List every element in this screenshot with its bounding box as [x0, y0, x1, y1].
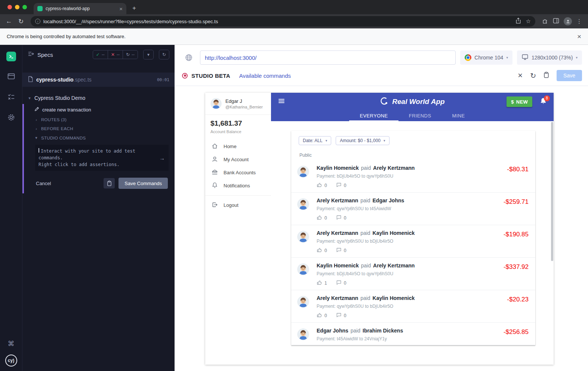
scrollbar-thumb[interactable] — [551, 122, 553, 261]
test-row[interactable]: create new transaction — [24, 104, 175, 115]
stat-failed[interactable]: ✕-- — [108, 50, 123, 59]
like-count: 0 — [324, 248, 327, 253]
amount-filter-chip[interactable]: Amount: $0 - $1,000 ▾ — [336, 136, 389, 145]
like-icon[interactable] — [317, 215, 322, 221]
restart-studio-icon[interactable]: ↻ — [530, 72, 536, 79]
like-icon[interactable] — [317, 280, 322, 286]
site-info-icon[interactable]: i — [35, 19, 40, 24]
transaction-receiver[interactable]: Arely Kertzmann — [373, 165, 415, 171]
transaction-row[interactable]: Arely Kertzmann paid Edgar Johns Payment… — [291, 193, 535, 225]
notifications-bell[interactable]: 8 — [540, 97, 547, 107]
specs-list-icon[interactable] — [28, 50, 34, 59]
transaction-receiver[interactable]: Kaylin Homenick — [373, 295, 415, 301]
cypress-logo[interactable]: cy) — [5, 355, 17, 367]
tab-mine[interactable]: MINE — [441, 111, 475, 121]
spec-file-row[interactable]: cypress-studio.spec.ts 00:01 — [22, 73, 175, 87]
studio-commands-group-row[interactable]: ▾ STUDIO COMMANDS — [24, 133, 175, 142]
browser-window-icon[interactable] — [7, 72, 15, 82]
studio-hint-box: Interact with your site to add test comm… — [35, 145, 169, 171]
routes-group-row[interactable]: › ROUTES (3) — [24, 115, 175, 124]
browser-select[interactable]: Chrome 104 ▾ — [460, 50, 512, 65]
browser-menu-icon[interactable]: ⋮ — [576, 18, 582, 25]
transaction-row[interactable]: Arely Kertzmann paid Kaylin Homenick Pay… — [291, 290, 535, 323]
hamburger-menu-icon[interactable] — [278, 97, 285, 106]
transaction-sender[interactable]: Arely Kertzmann — [317, 197, 358, 203]
maximize-window-button[interactable] — [22, 5, 27, 9]
browser-tab[interactable]: cypress-realworld-app × — [34, 3, 126, 14]
transaction-row[interactable]: Arely Kertzmann paid Kaylin Homenick Pay… — [291, 225, 535, 258]
transaction-actions: 1 0 — [317, 280, 496, 286]
nav-item-notifications[interactable]: Notifications — [205, 179, 271, 192]
back-button[interactable]: ← — [4, 18, 14, 25]
comment-icon[interactable] — [336, 280, 342, 286]
tab-everyone[interactable]: EVERYONE — [349, 111, 398, 121]
transaction-row[interactable]: Kaylin Homenick paid Arely Kertzmann Pay… — [291, 160, 535, 193]
transaction-row[interactable]: Edgar Johns paid Ibrahim Dickens Payment… — [291, 323, 535, 345]
transaction-amount: -$256.85 — [504, 328, 529, 341]
aut-url-input[interactable]: http://localhost:3000/ — [200, 50, 456, 65]
comment-icon[interactable] — [336, 182, 342, 189]
close-studio-icon[interactable]: × — [518, 71, 523, 80]
collapse-all-button[interactable]: ▾ — [143, 50, 154, 59]
transaction-sender[interactable]: Arely Kertzmann — [317, 230, 358, 236]
transaction-receiver[interactable]: Kaylin Homenick — [373, 230, 415, 236]
transaction-receiver[interactable]: Ibrahim Dickens — [363, 328, 403, 334]
nav-item-my-account[interactable]: My Account — [205, 153, 271, 166]
extensions-puzzle-icon[interactable] — [542, 18, 548, 25]
rerun-tests-button[interactable]: ↻ — [159, 50, 169, 59]
close-window-button[interactable] — [7, 5, 12, 9]
copy-commands-button[interactable] — [104, 178, 115, 188]
comment-icon[interactable] — [336, 247, 342, 254]
bookmark-star-icon[interactable]: ☆ — [526, 18, 531, 25]
profile-avatar[interactable] — [564, 17, 572, 25]
globe-icon[interactable] — [182, 51, 196, 64]
side-panel-icon[interactable] — [553, 18, 559, 25]
transaction-receiver[interactable]: Edgar Johns — [373, 197, 404, 203]
tab-close-icon[interactable]: × — [119, 6, 123, 12]
before-each-group-row[interactable]: › BEFORE EACH — [24, 124, 175, 133]
nav-item-home[interactable]: Home — [205, 140, 271, 153]
test-results-icon[interactable] — [7, 93, 15, 102]
copy-studio-icon[interactable] — [544, 72, 549, 80]
transaction-sender[interactable]: Kaylin Homenick — [317, 263, 359, 269]
comment-icon[interactable] — [336, 215, 342, 221]
keyboard-shortcuts-icon[interactable]: ⌘ — [8, 340, 15, 348]
suite-title: Cypress Studio Demo — [34, 95, 85, 101]
nav-item-bank-accounts[interactable]: Bank Accounts — [205, 166, 271, 179]
save-commands-button[interactable]: Save Commands — [118, 178, 168, 189]
share-icon[interactable] — [515, 18, 521, 25]
transaction-action: paid — [360, 230, 370, 236]
new-tab-button[interactable]: + — [132, 4, 136, 12]
transaction-sender[interactable]: Arely Kertzmann — [317, 295, 358, 301]
stat-passed[interactable]: ✓-- — [93, 50, 108, 59]
address-bar[interactable]: i localhost:3000/__/#/specs/runner?file=… — [31, 16, 535, 27]
nav-item-logout[interactable]: Logout — [205, 199, 271, 212]
suite-row[interactable]: ▾ Cypress Studio Demo — [22, 93, 175, 103]
stat-pending[interactable]: ↻-- — [123, 50, 138, 59]
transaction-title: Arely Kertzmann paid Kaylin Homenick — [317, 230, 496, 236]
transaction-row[interactable]: Kaylin Homenick paid Arely Kertzmann Pay… — [291, 258, 535, 290]
transaction-sender[interactable]: Kaylin Homenick — [317, 165, 359, 171]
comment-icon[interactable] — [336, 312, 342, 319]
infobar-close-icon[interactable]: × — [577, 33, 581, 41]
new-transaction-button[interactable]: $ NEW — [507, 96, 532, 107]
tab-friends[interactable]: FRIENDS — [398, 111, 442, 121]
minimize-window-button[interactable] — [15, 5, 19, 9]
cancel-button[interactable]: Cancel — [36, 181, 100, 186]
studio-buttons-row: Cancel Save Commands — [24, 175, 175, 193]
settings-gear-icon[interactable] — [7, 113, 15, 123]
test-title: create new transaction — [42, 107, 91, 113]
transaction-receiver[interactable]: Arely Kertzmann — [373, 263, 415, 269]
transaction-sender[interactable]: Edgar Johns — [317, 328, 348, 334]
record-icon — [182, 73, 188, 79]
studio-hint-text: Interact with your site to add test comm… — [39, 148, 159, 168]
like-icon[interactable] — [317, 247, 322, 254]
cypress-app-icon[interactable] — [6, 52, 16, 61]
like-icon[interactable] — [317, 182, 322, 189]
save-button[interactable]: Save — [557, 70, 582, 81]
available-commands-link[interactable]: Available commands — [239, 73, 291, 79]
date-filter-chip[interactable]: Date: ALL ▾ — [299, 136, 331, 145]
viewport-select[interactable]: 1280x1000 (73%) ▾ — [517, 50, 582, 65]
like-icon[interactable] — [317, 312, 322, 319]
reload-button[interactable]: ↻ — [16, 18, 26, 25]
